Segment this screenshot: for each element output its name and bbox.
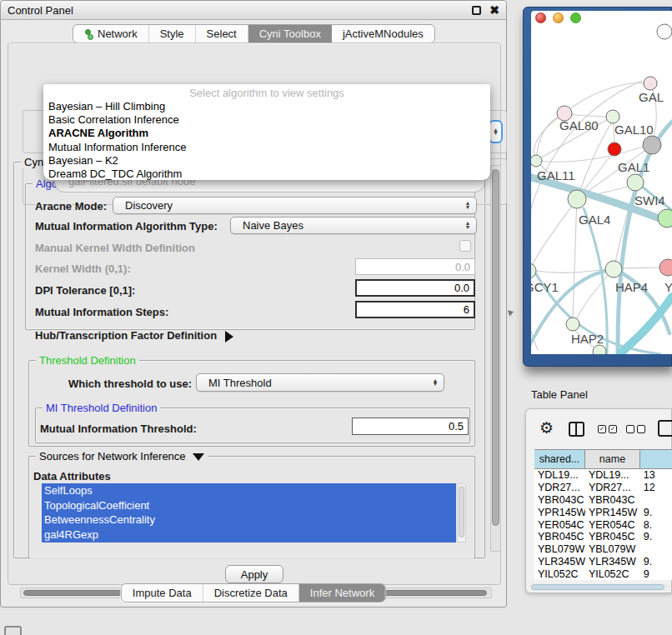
mi-type-combobox[interactable]: Naive Bayes ▲▼ bbox=[230, 217, 477, 234]
table-row[interactable]: YBR045CYBR045C9. bbox=[534, 531, 672, 543]
network-edge bbox=[577, 269, 614, 318]
control-panel-titlebar[interactable]: Control Panel ✖ bbox=[1, 1, 506, 20]
expander-right-icon[interactable] bbox=[225, 331, 233, 342]
table-row[interactable]: YDL19...YDL19...13 bbox=[534, 469, 672, 482]
table-row[interactable]: YBR043CYBR043C bbox=[534, 494, 672, 507]
gear-icon[interactable]: ⚙ bbox=[539, 418, 554, 438]
mi-threshold-title: MI Threshold Definition bbox=[43, 402, 160, 414]
tab-cyni-toolbox[interactable]: Cyni Toolbox bbox=[248, 25, 332, 42]
node-label: GCY1 bbox=[531, 280, 559, 294]
table-horizontal-scrollbar[interactable] bbox=[529, 583, 669, 591]
node-label: GAL10 bbox=[614, 122, 654, 137]
table-panel-window: ⚙ ✓✓ shared...name YDL19...YDL19...13YDR… bbox=[525, 408, 672, 593]
network-node[interactable] bbox=[627, 174, 644, 191]
network-node[interactable] bbox=[659, 259, 672, 276]
algorithm-option[interactable]: Mutual Information Inference bbox=[48, 141, 485, 154]
algorithm-option[interactable]: Dream8 DC_TDC Algorithm bbox=[48, 168, 485, 181]
algorithm-option[interactable]: Basic Correlation Inference bbox=[48, 113, 485, 127]
aracne-mode-combobox[interactable]: Discovery ▲▼ bbox=[113, 197, 477, 214]
network-node[interactable] bbox=[608, 142, 621, 156]
column-header[interactable]: name bbox=[585, 450, 640, 468]
kernel-width-field[interactable]: 0.0 bbox=[355, 258, 475, 275]
table-cell: YDL19... bbox=[585, 469, 640, 481]
float-window-icon[interactable] bbox=[472, 6, 481, 15]
tab-label: Discretize Data bbox=[214, 587, 288, 599]
tab-discretize-data[interactable]: Discretize Data bbox=[203, 584, 299, 602]
algorithm-option[interactable]: ARACNE Algorithm bbox=[48, 127, 485, 140]
mi-steps-label: Mutual Information Steps: bbox=[35, 306, 168, 318]
column-header[interactable]: shared... bbox=[534, 450, 585, 468]
network-node[interactable] bbox=[531, 155, 542, 167]
which-threshold-combobox[interactable]: MI Threshold ▲▼ bbox=[196, 373, 444, 392]
table-cell: YBL079W bbox=[585, 543, 640, 555]
mi-threshold-field[interactable]: 0.5 bbox=[352, 418, 469, 435]
table-cell: YBR045C bbox=[585, 531, 640, 542]
docked-panel-icon[interactable] bbox=[4, 626, 22, 635]
dpi-tolerance-field[interactable]: 0.0 bbox=[355, 279, 475, 297]
network-node[interactable] bbox=[605, 261, 622, 278]
tab-select[interactable]: Select bbox=[196, 25, 248, 42]
table-cell: YPR145W bbox=[534, 507, 585, 518]
data-attributes-label: Data Attributes bbox=[33, 470, 111, 482]
mac-minimize-icon[interactable] bbox=[553, 12, 564, 23]
tab-impute-data[interactable]: Impute Data bbox=[122, 584, 203, 602]
close-icon[interactable]: ✖ bbox=[489, 3, 499, 17]
table-cell: 12 bbox=[640, 482, 672, 493]
focused-combobox-edge[interactable]: ▲▼ bbox=[489, 120, 503, 143]
mi-steps-field[interactable]: 6 bbox=[355, 301, 475, 318]
attribute-item[interactable]: SelfLoops bbox=[42, 483, 456, 498]
attribute-item[interactable]: TopologicalCoefficient bbox=[42, 498, 456, 513]
network-canvas[interactable]: GALGAL80GAL10GAL11GAL1GAL4SWI4GCY1HAP4YH… bbox=[531, 11, 672, 354]
network-node[interactable] bbox=[566, 318, 579, 331]
tab-style[interactable]: Style bbox=[149, 25, 196, 42]
tab-network[interactable]: Network bbox=[73, 25, 149, 42]
table-hscroll-thumb[interactable] bbox=[531, 584, 664, 590]
hub-definition-expander[interactable]: Hub/Transcription Factor Definition bbox=[35, 329, 233, 342]
settings-vscroll-thumb[interactable] bbox=[492, 169, 499, 526]
mac-zoom-icon[interactable] bbox=[570, 12, 581, 23]
network-node[interactable] bbox=[658, 209, 672, 228]
table-cell: YBR045C bbox=[534, 531, 585, 542]
columns-icon[interactable] bbox=[569, 422, 584, 437]
node-label: GAL80 bbox=[559, 118, 599, 132]
network-node[interactable] bbox=[644, 77, 657, 90]
algorithm-option[interactable]: Bayesian – Hill Climbing bbox=[48, 100, 485, 113]
algorithm-dropdown-list: Bayesian – Hill ClimbingBasic Correlatio… bbox=[48, 100, 485, 181]
table-row[interactable]: YLR345WYLR345W9. bbox=[534, 556, 672, 568]
settings-vertical-scrollbar[interactable] bbox=[490, 165, 501, 552]
network-edge bbox=[536, 269, 605, 272]
attribute-item[interactable]: gal4RGexp bbox=[42, 528, 456, 542]
which-threshold-label: Which threshold to use: bbox=[68, 378, 192, 390]
select-all-checkboxes-icon[interactable]: ✓✓ bbox=[598, 425, 617, 433]
network-node[interactable] bbox=[568, 190, 586, 208]
table-row[interactable]: YPR145WYPR145W9. bbox=[534, 506, 672, 518]
attributes-scrollbar[interactable] bbox=[457, 483, 466, 542]
network-tab-icon bbox=[84, 29, 93, 39]
column-header[interactable] bbox=[640, 450, 672, 468]
table-row[interactable]: YER054CYER054C8. bbox=[534, 518, 672, 531]
export-table-icon[interactable] bbox=[658, 420, 672, 437]
network-node[interactable] bbox=[643, 136, 661, 154]
manual-kernel-checkbox[interactable] bbox=[459, 240, 471, 252]
network-canvas-window: GALGAL80GAL10GAL11GAL1GAL4SWI4GCY1HAP4YH… bbox=[531, 11, 672, 354]
attributes-scrollbar-thumb[interactable] bbox=[459, 486, 464, 538]
tab-infer-network[interactable]: Infer Network bbox=[299, 584, 385, 602]
table-cell: 13 bbox=[640, 469, 672, 481]
tab-jactivemnodules[interactable]: jActiveMNodules bbox=[332, 25, 434, 42]
network-node[interactable] bbox=[657, 24, 672, 39]
network-node[interactable] bbox=[606, 110, 619, 123]
network-node[interactable] bbox=[593, 345, 606, 354]
table-row[interactable]: YIL052CYIL052C9 bbox=[534, 568, 672, 580]
attribute-item[interactable]: BetweennessCentrality bbox=[42, 512, 456, 528]
table-row[interactable]: YBL079WYBL079W bbox=[534, 543, 672, 556]
expander-down-icon[interactable] bbox=[193, 453, 204, 461]
algorithm-option[interactable]: Bayesian – K2 bbox=[48, 154, 485, 168]
deselect-all-checkboxes-icon[interactable] bbox=[626, 425, 645, 433]
table-row[interactable]: YDR27...YDR27...12 bbox=[534, 482, 672, 494]
apply-button[interactable]: Apply bbox=[225, 565, 283, 583]
network-edge bbox=[622, 268, 659, 268]
mac-close-icon[interactable] bbox=[535, 12, 546, 23]
sources-title[interactable]: Sources for Network Inference bbox=[36, 450, 208, 462]
table-cell: 9. bbox=[640, 556, 672, 568]
network-node[interactable] bbox=[531, 263, 536, 278]
